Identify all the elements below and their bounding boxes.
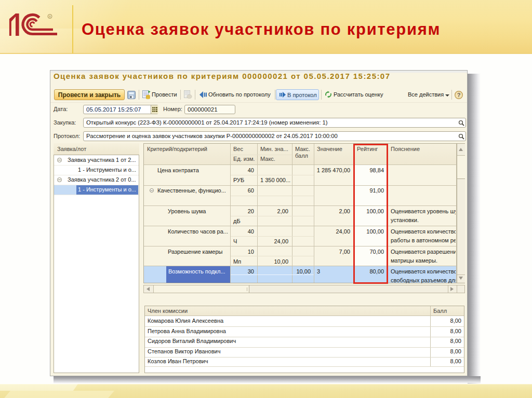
svg-text:R: R bbox=[49, 15, 51, 18]
svg-text:?: ? bbox=[457, 92, 461, 98]
